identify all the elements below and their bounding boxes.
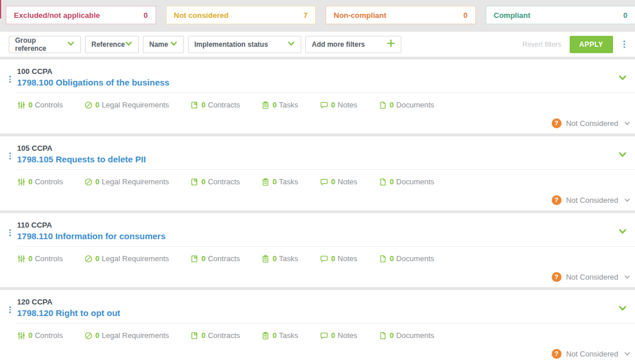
filter-name[interactable]: Name xyxy=(143,36,184,53)
expand-chevron-icon[interactable] xyxy=(618,304,627,315)
notes-count: 0 xyxy=(331,101,335,109)
legal-requirements-stat[interactable]: 0 Legal Requirements xyxy=(84,101,169,109)
filter-implementation-status[interactable]: Implementation status xyxy=(188,36,301,53)
controls-sliders-icon xyxy=(17,178,25,186)
documents-label: Documents xyxy=(396,177,434,186)
notes-stat[interactable]: 0 Notes xyxy=(320,331,357,340)
legal-requirements-stat[interactable]: 0 Legal Requirements xyxy=(84,177,169,186)
requirement-card: 110 CCPA 1798.110 Information for consum… xyxy=(0,213,635,287)
item-kebab-icon[interactable] xyxy=(9,229,11,236)
controls-stat[interactable]: 0 Controls xyxy=(17,177,63,186)
filter-bar: Group reference Reference Name Implement… xyxy=(0,32,635,57)
documents-stat[interactable]: 0 Documents xyxy=(379,254,434,263)
requirement-group-reference: 105 CCPA xyxy=(17,144,619,153)
documents-file-icon xyxy=(379,255,387,263)
card-excluded-count: 0 xyxy=(143,11,147,20)
tasks-stat[interactable]: 0 Tasks xyxy=(261,331,298,340)
add-more-filters-button[interactable]: Add more filters xyxy=(305,36,401,53)
question-mark-icon[interactable]: ? xyxy=(552,195,562,205)
notes-label: Notes xyxy=(338,177,357,186)
stats-row: 0 Controls 0 Legal Requirements 0 Contra… xyxy=(0,93,635,116)
legal-requirements-count: 0 xyxy=(95,331,99,340)
notes-label: Notes xyxy=(338,254,357,263)
legal-requirements-stat[interactable]: 0 Legal Requirements xyxy=(84,254,169,263)
legal-requirements-count: 0 xyxy=(95,254,99,263)
question-mark-icon[interactable]: ? xyxy=(552,118,562,128)
notes-stat[interactable]: 0 Notes xyxy=(320,101,357,109)
requirement-card: 100 CCPA 1798.100 Obligations of the bus… xyxy=(0,60,635,133)
left-edge-accent xyxy=(0,0,1,18)
filter-group-reference[interactable]: Group reference xyxy=(9,36,81,53)
controls-count: 0 xyxy=(28,331,32,340)
card-compliant[interactable]: Compliant 0 xyxy=(486,6,635,24)
chevron-down-icon xyxy=(67,39,75,50)
controls-count: 0 xyxy=(28,101,32,109)
card-non-compliant[interactable]: Non-compliant 0 xyxy=(326,6,476,24)
tasks-count: 0 xyxy=(272,101,276,109)
item-kebab-icon[interactable] xyxy=(9,76,11,83)
controls-label: Controls xyxy=(35,331,62,340)
more-options-kebab-icon[interactable] xyxy=(622,39,627,50)
question-mark-icon[interactable]: ? xyxy=(552,272,562,282)
stats-row: 0 Controls 0 Legal Requirements 0 Contra… xyxy=(0,247,635,270)
notes-stat[interactable]: 0 Notes xyxy=(320,254,357,263)
status-chevron-down-icon[interactable] xyxy=(624,274,630,280)
notes-stat[interactable]: 0 Notes xyxy=(320,177,357,186)
status-chevron-down-icon[interactable] xyxy=(624,351,630,357)
status-chevron-down-icon[interactable] xyxy=(624,120,630,127)
tasks-count: 0 xyxy=(272,331,276,340)
contracts-label: Contracts xyxy=(208,101,240,109)
expand-chevron-icon[interactable] xyxy=(618,227,627,238)
requirement-header: 110 CCPA 1798.110 Information for consum… xyxy=(0,213,635,246)
requirement-heading: 105 CCPA 1798.105 Requests to delete PII xyxy=(17,144,619,165)
question-mark-icon[interactable]: ? xyxy=(552,349,562,359)
tasks-clipboard-icon xyxy=(261,101,269,109)
contracts-count: 0 xyxy=(201,331,205,340)
requirement-title-link[interactable]: 1798.100 Obligations of the business xyxy=(17,76,619,88)
controls-stat[interactable]: 0 Controls xyxy=(17,331,63,340)
tasks-count: 0 xyxy=(272,254,276,263)
tasks-label: Tasks xyxy=(279,331,298,340)
chevron-down-icon xyxy=(170,39,178,50)
status-chevron-down-icon[interactable] xyxy=(624,197,630,203)
contracts-bookmark-icon xyxy=(190,332,198,340)
contracts-stat[interactable]: 0 Contracts xyxy=(190,101,240,109)
requirement-card: 105 CCPA 1798.105 Requests to delete PII… xyxy=(0,136,635,210)
controls-stat[interactable]: 0 Controls xyxy=(17,254,63,263)
contracts-stat[interactable]: 0 Contracts xyxy=(190,331,240,340)
contracts-stat[interactable]: 0 Contracts xyxy=(190,177,240,186)
notes-speech-bubble-icon xyxy=(320,332,328,340)
card-excluded[interactable]: Excluded/not applicable 0 xyxy=(6,6,156,24)
documents-label: Documents xyxy=(396,331,434,340)
requirement-title-link[interactable]: 1798.120 Right to opt out xyxy=(17,307,619,319)
tasks-stat[interactable]: 0 Tasks xyxy=(261,177,298,186)
controls-sliders-icon xyxy=(17,101,25,109)
documents-stat[interactable]: 0 Documents xyxy=(379,177,434,186)
controls-count: 0 xyxy=(28,177,32,186)
documents-stat[interactable]: 0 Documents xyxy=(379,331,434,340)
expand-chevron-icon[interactable] xyxy=(618,73,627,84)
controls-stat[interactable]: 0 Controls xyxy=(17,101,63,109)
apply-button[interactable]: APPLY xyxy=(570,36,613,53)
card-not-considered[interactable]: Not considered 7 xyxy=(166,6,316,24)
documents-stat[interactable]: 0 Documents xyxy=(379,101,434,109)
requirement-card: 120 CCPA 1798.120 Right to opt out 0 Con… xyxy=(0,290,635,364)
requirement-title-link[interactable]: 1798.110 Information for consumers xyxy=(17,230,619,242)
documents-file-icon xyxy=(379,332,387,340)
contracts-stat[interactable]: 0 Contracts xyxy=(190,254,240,263)
item-kebab-icon[interactable] xyxy=(9,306,11,313)
controls-label: Controls xyxy=(35,254,62,263)
controls-sliders-icon xyxy=(17,332,25,340)
tasks-stat[interactable]: 0 Tasks xyxy=(261,254,298,263)
notes-speech-bubble-icon xyxy=(320,101,328,109)
requirement-heading: 120 CCPA 1798.120 Right to opt out xyxy=(17,298,619,319)
filter-reference[interactable]: Reference xyxy=(85,36,139,53)
tasks-stat[interactable]: 0 Tasks xyxy=(261,101,298,109)
item-kebab-icon[interactable] xyxy=(9,153,11,159)
tasks-clipboard-icon xyxy=(261,255,269,263)
legal-requirements-stat[interactable]: 0 Legal Requirements xyxy=(84,331,169,340)
tasks-label: Tasks xyxy=(279,177,298,186)
requirement-title-link[interactable]: 1798.105 Requests to delete PII xyxy=(17,153,619,165)
expand-chevron-icon[interactable] xyxy=(618,150,627,161)
revert-filters-button[interactable]: Revert filters xyxy=(522,40,561,49)
